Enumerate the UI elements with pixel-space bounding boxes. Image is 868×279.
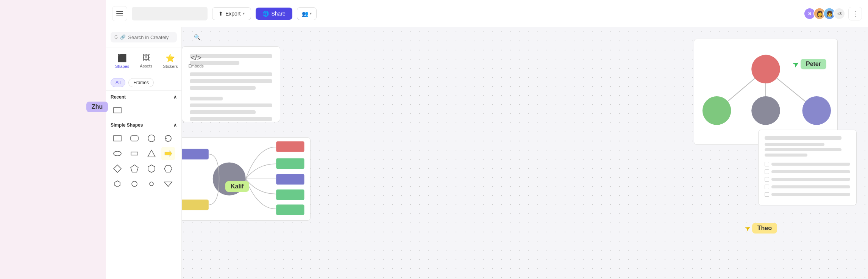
tab-stickers[interactable]: ⭐ Stickers — [158, 50, 182, 72]
tree-diagram-frame[interactable] — [694, 39, 838, 145]
collab-caret-icon: ▾ — [310, 11, 312, 16]
svg-marker-9 — [131, 165, 138, 172]
collab-icon: 👥 — [302, 11, 308, 17]
collaboration-button[interactable]: 👥 ▾ — [297, 7, 317, 20]
checkbox-2[interactable] — [765, 169, 769, 174]
export-button[interactable]: ⬆ Export ▾ — [212, 7, 251, 20]
recent-collapse-icon[interactable]: ∧ — [173, 94, 177, 100]
pentagon-icon — [130, 164, 139, 173]
svg-rect-25 — [276, 174, 304, 185]
checkbox-1[interactable] — [765, 162, 769, 166]
simple-shapes-collapse-icon[interactable]: ∧ — [173, 122, 177, 128]
svg-marker-10 — [148, 165, 155, 172]
svg-marker-12 — [115, 181, 120, 187]
stickers-tab-label: Stickers — [163, 64, 178, 69]
svg-marker-15 — [164, 182, 172, 187]
shape-ellipse[interactable] — [111, 147, 124, 160]
doc-line-8 — [190, 110, 256, 114]
share-button[interactable]: 🌐 Share — [256, 8, 292, 20]
shape-arrow[interactable] — [161, 147, 175, 160]
svg-point-16 — [751, 55, 780, 84]
menu-button[interactable] — [112, 6, 127, 21]
svg-rect-1 — [114, 136, 121, 141]
flow-diagram-svg — [175, 138, 310, 220]
shapes-tab-label: Shapes — [115, 64, 129, 69]
svg-point-3 — [148, 135, 155, 142]
filter-frames-button[interactable]: Frames — [128, 78, 154, 87]
google-icon: G — [114, 34, 118, 40]
list-frame[interactable] — [758, 130, 857, 205]
shape-item-rectangle-recent[interactable] — [111, 103, 124, 117]
shape-rectangle[interactable] — [111, 132, 124, 145]
doc-line-3 — [190, 72, 272, 76]
toolbar: ⬆ Export ▾ 🌐 Share 👥 ▾ S 👩 👧 +3 ⋮ — [106, 0, 868, 27]
simple-shapes-label: Simple Shapes — [111, 122, 143, 128]
recent-section-header: Recent ∧ — [106, 91, 181, 102]
svg-rect-0 — [114, 108, 121, 113]
arrow-right-icon — [164, 149, 173, 158]
tab-embeds[interactable]: </> Embeds — [184, 50, 208, 72]
shape-hexagon[interactable] — [145, 162, 158, 176]
checkbox-3[interactable] — [765, 177, 769, 182]
cursor-peter: ➤ Peter — [793, 59, 826, 69]
avatar-extra-count[interactable]: +3 — [833, 8, 845, 20]
shape-rounded-rect[interactable] — [128, 132, 141, 145]
check-line-3 — [771, 178, 850, 181]
shape-triangle[interactable] — [145, 147, 158, 160]
rectangle-icon — [113, 134, 122, 143]
circle-icon — [147, 134, 156, 143]
svg-marker-6 — [148, 150, 155, 157]
svg-rect-26 — [276, 190, 304, 200]
shapes-sidebar: G 🔗 🔍 ⬛ Shapes 🖼 Assets ⭐ Stickers </> E… — [106, 27, 182, 279]
flow-diagram-frame[interactable] — [174, 137, 311, 221]
shape-hexagon-flat[interactable] — [161, 162, 175, 176]
export-label: Export — [225, 11, 240, 17]
checkbox-4[interactable] — [765, 185, 769, 189]
small-rect-icon — [130, 149, 139, 158]
export-icon: ⬆ — [219, 11, 223, 17]
shape-pentagon[interactable] — [128, 162, 141, 176]
assets-tab-icon: 🖼 — [142, 53, 150, 62]
search-box[interactable]: G 🔗 🔍 — [111, 32, 177, 42]
shape-diamond[interactable] — [111, 162, 124, 176]
sidebar-search-area: G 🔗 🔍 — [106, 27, 181, 47]
cursor-theo: ➤ Theo — [745, 223, 777, 234]
list-line-2 — [765, 143, 824, 146]
svg-rect-24 — [276, 158, 304, 169]
shape-circle-sm[interactable] — [128, 177, 141, 191]
document-title-bar[interactable] — [132, 7, 208, 20]
svg-point-13 — [132, 181, 137, 187]
tab-shapes[interactable]: ⬛ Shapes — [111, 50, 134, 72]
list-line-1 — [765, 136, 841, 140]
list-check-3 — [765, 177, 850, 182]
svg-point-19 — [802, 96, 831, 125]
embeds-tab-label: Embeds — [188, 64, 203, 68]
shape-circle-xs[interactable] — [145, 177, 158, 191]
cursor-kalif: Kalif — [225, 181, 249, 192]
zhu-cursor-tag: Zhu — [86, 102, 108, 112]
shape-hexagon-sm[interactable] — [111, 177, 124, 191]
shape-circle[interactable] — [145, 132, 158, 145]
shape-small-rect[interactable] — [128, 147, 141, 160]
list-check-2 — [765, 169, 850, 174]
shape-refresh[interactable] — [161, 132, 175, 145]
svg-point-18 — [751, 96, 780, 125]
more-options-button[interactable]: ⋮ — [848, 7, 862, 20]
sidebar-tab-bar: ⬛ Shapes 🖼 Assets ⭐ Stickers </> Embeds — [106, 47, 181, 75]
search-input[interactable] — [128, 34, 192, 40]
shapes-tab-icon: ⬛ — [117, 53, 127, 63]
rounded-rect-icon — [130, 134, 139, 143]
checkbox-5[interactable] — [765, 192, 769, 197]
toolbar-avatars-group: S 👩 👧 +3 ⋮ — [804, 7, 862, 20]
recent-shapes-grid — [106, 102, 181, 119]
doc-line-5 — [190, 86, 256, 90]
check-line-4 — [771, 185, 850, 188]
tab-assets[interactable]: 🖼 Assets — [135, 50, 157, 72]
circle-sm-icon — [130, 179, 139, 188]
chevron-down-icon — [164, 179, 173, 188]
shape-chevron-down[interactable] — [161, 177, 175, 191]
filter-all-button[interactable]: All — [111, 78, 125, 87]
list-check-1 — [765, 162, 850, 166]
check-line-2 — [771, 170, 850, 173]
circle-xs-icon — [147, 179, 156, 188]
